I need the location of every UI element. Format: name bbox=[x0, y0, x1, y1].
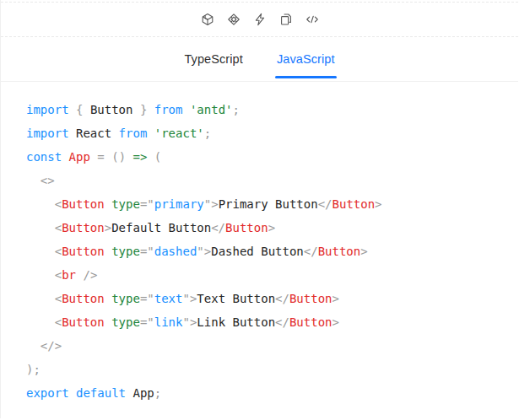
copy-icon[interactable] bbox=[279, 13, 293, 26]
code-line: <Button type="dashed">Dashed Button</But… bbox=[26, 240, 501, 263]
code-line: <> bbox=[26, 169, 501, 192]
codepen-icon[interactable] bbox=[227, 13, 241, 26]
code-line: <br /> bbox=[26, 263, 501, 287]
tab-javascript[interactable]: JavaScript bbox=[275, 37, 337, 81]
code-line: ); bbox=[26, 358, 501, 381]
code-line: <Button type="link">Link Button</Button> bbox=[26, 310, 501, 334]
tab-typescript[interactable]: TypeScript bbox=[182, 37, 245, 81]
code-line: <Button>Default Button</Button> bbox=[26, 216, 501, 240]
code-line: import React from 'react'; bbox=[26, 121, 501, 145]
show-code-icon[interactable] bbox=[305, 13, 319, 26]
code-actions-toolbar bbox=[1, 2, 518, 37]
code-line: </> bbox=[26, 334, 501, 358]
code-language-tabs: TypeScript JavaScript bbox=[1, 37, 518, 82]
code-line: <Button type="primary">Primary Button</B… bbox=[26, 192, 501, 216]
code-block: import { Button } from 'antd';import Rea… bbox=[1, 82, 518, 420]
code-demo-box: TypeScript JavaScript import { Button } … bbox=[0, 0, 518, 418]
stackblitz-thunderbolt-icon[interactable] bbox=[253, 13, 267, 26]
code-line: import { Button } from 'antd'; bbox=[26, 98, 501, 121]
code-line: const App = () => ( bbox=[26, 145, 501, 169]
code-line: export default App; bbox=[26, 381, 501, 405]
codesandbox-icon[interactable] bbox=[201, 13, 214, 26]
code-line: <Button type="text">Text Button</Button> bbox=[26, 287, 501, 310]
